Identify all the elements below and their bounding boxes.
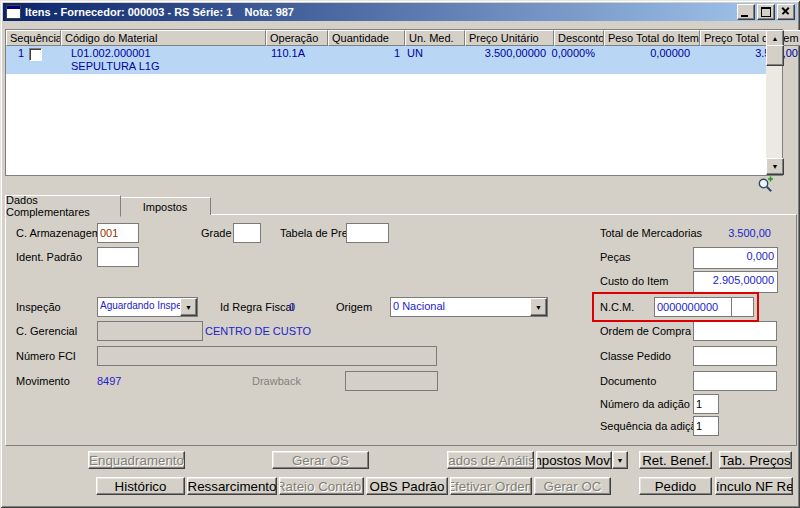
row-checkbox[interactable] <box>29 48 42 61</box>
origem-selected-value: 0 Nacional <box>391 298 532 316</box>
cell-preco-unitario: 3.500,00000 <box>462 46 550 74</box>
vinculo-nf-ref-button[interactable]: Vínculo NF Ref. <box>715 477 793 495</box>
cell-quantidade: 1 <box>328 46 404 74</box>
impostos-movto-button[interactable]: Impostos Movto <box>536 451 612 469</box>
custo-item-label: Custo do Item <box>600 275 668 287</box>
grid-header: Sequência Código do Material Operação Qu… <box>6 30 766 46</box>
scroll-down-icon: ▼ <box>772 163 779 170</box>
inspecao-dropdown-button[interactable]: ▼ <box>180 298 197 316</box>
tab-dados-complementares[interactable]: Dados Complementares <box>5 195 121 217</box>
c-armazenagem-input[interactable] <box>97 223 139 243</box>
historico-button[interactable]: Histórico <box>96 477 185 495</box>
numero-adicao-input[interactable] <box>693 394 719 414</box>
drawback-label: Drawback <box>252 375 301 387</box>
chevron-down-icon: ▼ <box>535 304 542 311</box>
minimize-button[interactable] <box>737 4 755 20</box>
origem-combobox[interactable]: 0 Nacional ▼ <box>390 297 548 317</box>
ressarcimento-button[interactable]: Ressarcimento <box>187 477 277 495</box>
documento-label: Documento <box>600 375 656 387</box>
scroll-down-button[interactable]: ▼ <box>766 158 784 175</box>
pecas-value: 0,000 <box>693 247 778 269</box>
ident-padrao-input[interactable] <box>97 247 139 267</box>
gerar-os-button[interactable]: Gerar OS <box>272 451 369 469</box>
impostos-movto-dropdown-button[interactable]: ▼ <box>612 451 628 469</box>
custo-item-value: 2.905,00000 <box>693 271 778 293</box>
origem-label: Origem <box>336 301 372 313</box>
documento-input[interactable] <box>693 371 777 391</box>
c-armazenagem-label: C. Armazenagem <box>16 227 101 239</box>
column-header-quantidade[interactable]: Quantidade <box>328 30 405 46</box>
gerar-oc-button[interactable]: Gerar OC <box>534 477 611 495</box>
scrollbar-thumb[interactable] <box>766 45 784 66</box>
c-gerencial-label: C. Gerencial <box>16 325 77 337</box>
tabela-preco-input[interactable] <box>346 223 389 243</box>
cell-preco-total: 3.500,00 <box>694 46 800 74</box>
origem-dropdown-button[interactable]: ▼ <box>530 298 547 316</box>
table-row[interactable]: 1 L01.002.000001 SEPULTURA L1G 110.1A 1 … <box>6 46 766 74</box>
zoom-tool-button[interactable] <box>757 176 774 193</box>
movimento-value: 8497 <box>97 375 121 387</box>
column-header-peso-total[interactable]: Peso Total do Item <box>604 30 700 46</box>
c-gerencial-input <box>97 321 203 341</box>
descricao-material-value: SEPULTURA L1G <box>68 60 268 73</box>
numero-fci-input <box>97 346 437 366</box>
pedido-button[interactable]: Pedido <box>639 477 712 495</box>
inspecao-combobox[interactable]: Aguardando Inspeção ▼ <box>97 297 198 317</box>
maximize-button[interactable] <box>757 4 775 20</box>
cell-sequencia: 1 <box>6 46 68 74</box>
column-header-preco-unitario[interactable]: Preço Unitário <box>465 30 554 46</box>
magnifier-icon <box>757 176 774 193</box>
column-header-sequencia[interactable]: Sequência <box>6 30 61 46</box>
drawback-input <box>345 371 438 391</box>
column-header-preco-total[interactable]: Preço Total do Item <box>700 30 800 46</box>
grid-scrollbar[interactable]: ▲ ▼ <box>766 30 782 175</box>
column-header-desconto[interactable]: Desconto <box>554 30 604 46</box>
app-icon <box>6 5 21 19</box>
codigo-material-value: L01.002.000001 <box>68 47 268 60</box>
ordem-compra-input[interactable] <box>693 321 777 341</box>
tab-precos-button[interactable]: Tab. Preços <box>719 451 792 469</box>
pecas-label: Peças <box>600 251 631 263</box>
close-button[interactable] <box>777 4 795 20</box>
c-gerencial-note: CENTRO DE CUSTO <box>205 325 311 337</box>
column-header-codigo-material[interactable]: Código do Material <box>61 30 266 46</box>
dados-analise-button[interactable]: Dados de Análise <box>447 451 534 469</box>
ncm-label: N.C.M. <box>600 301 634 313</box>
cell-un-med: UN <box>404 46 462 74</box>
ret-benef-button[interactable]: Ret. Benef. <box>639 451 712 469</box>
total-mercadorias-value: 3.500,00 <box>691 227 771 239</box>
items-grid: Sequência Código do Material Operação Qu… <box>5 29 783 176</box>
ncm-input[interactable] <box>654 297 736 317</box>
chevron-down-icon: ▼ <box>185 304 192 311</box>
rateio-contabil-button[interactable]: Rateio Contábil <box>279 477 364 495</box>
items-window: Itens - Fornecedor: 000003 - RS Série: 1… <box>0 0 800 508</box>
classe-pedido-label: Classe Pedido <box>600 350 671 362</box>
cell-peso-total: 0,00000 <box>599 46 694 74</box>
grade-label: Grade <box>201 227 232 239</box>
tab-dados-label: Dados Complementares <box>6 194 120 218</box>
title-bar: Itens - Fornecedor: 000003 - RS Série: 1… <box>3 3 797 21</box>
grid-body: 1 L01.002.000001 SEPULTURA L1G 110.1A 1 … <box>6 46 766 175</box>
id-regra-fiscal-value: 0 <box>289 301 295 313</box>
sequencia-adicao-input[interactable] <box>693 416 719 436</box>
enquadramento-button[interactable]: Enquadramento <box>88 451 185 469</box>
scroll-up-icon: ▲ <box>772 35 779 42</box>
ordem-compra-label: Ordem de Compra <box>600 325 691 337</box>
numero-adicao-label: Número da adição <box>600 398 690 410</box>
classe-pedido-input[interactable] <box>693 346 777 366</box>
grade-input[interactable] <box>233 223 261 243</box>
tab-impostos[interactable]: Impostos <box>119 197 211 215</box>
column-header-un-med[interactable]: Un. Med. <box>405 30 465 46</box>
chevron-down-icon: ▼ <box>617 457 624 464</box>
efetivar-ordem-button[interactable]: Efetivar Ordem <box>450 477 532 495</box>
cell-codigo-material: L01.002.000001 SEPULTURA L1G <box>68 46 268 74</box>
cell-desconto: 0,0000% <box>550 46 599 74</box>
numero-fci-label: Número FCI <box>16 350 76 362</box>
tab-impostos-label: Impostos <box>143 201 188 213</box>
obs-padrao-button[interactable]: OBS Padrão <box>366 477 448 495</box>
movimento-label: Movimento <box>16 375 70 387</box>
sequencia-value: 1 <box>18 47 24 74</box>
ncm-extra-input[interactable] <box>731 297 754 317</box>
column-header-operacao[interactable]: Operação <box>266 30 328 46</box>
maximize-icon <box>761 7 771 17</box>
